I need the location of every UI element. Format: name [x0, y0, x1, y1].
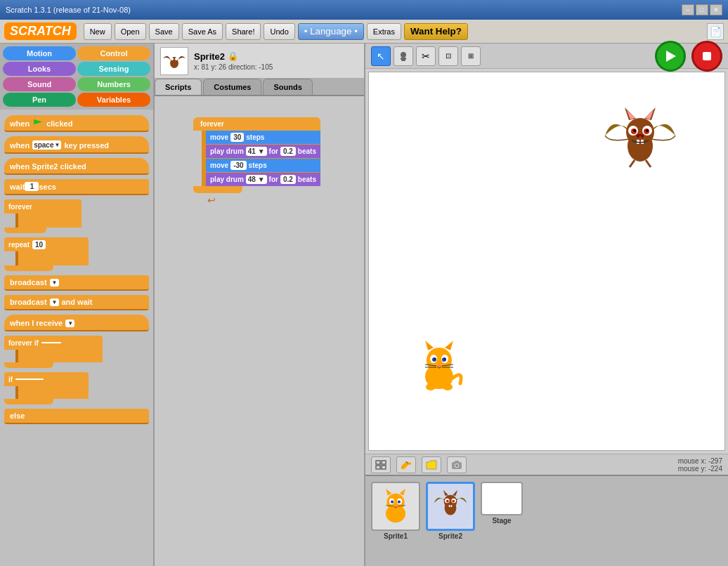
svg-point-63 [398, 501, 401, 504]
save-button[interactable]: Save [149, 23, 179, 40]
svg-marker-58 [386, 489, 391, 496]
block-forever[interactable]: forever [4, 199, 82, 233]
extras-button[interactable]: Extras [367, 23, 401, 40]
repeat-value[interactable]: 10 [32, 240, 46, 249]
title-bar: Scratch 1.3.1 (release of 21-Nov-08) – □… [0, 0, 728, 20]
sprite-camera-button[interactable] [447, 456, 467, 473]
move-30-value[interactable]: 30 [230, 133, 244, 142]
save-as-button[interactable]: Save As [182, 23, 223, 40]
block-when-receive[interactable]: when I receive ▼ [4, 315, 149, 331]
svg-rect-48 [376, 466, 380, 469]
category-looks[interactable]: Looks [3, 62, 76, 76]
close-button[interactable]: ✕ [710, 4, 722, 15]
category-motion[interactable]: Motion [3, 46, 76, 60]
sprite-folder-button[interactable] [422, 456, 441, 473]
stage-thumbnail[interactable] [481, 482, 523, 515]
block-when-flag-clicked[interactable]: when clicked [4, 115, 149, 132]
broadcast-wait-arrow-icon: ▼ [52, 299, 58, 305]
script-block-1: forever move 30 steps play drum 41 ▼ for [193, 117, 320, 206]
block-wait[interactable]: wait 1 secs [4, 179, 149, 195]
category-sound[interactable]: Sound [3, 77, 76, 91]
block-move-minus30[interactable]: move -30 steps [206, 159, 320, 172]
stage-grid-icon [375, 460, 386, 470]
share-button[interactable]: Share! [226, 23, 261, 40]
notes-icon[interactable]: 📄 [707, 23, 724, 40]
stamp-icon [398, 51, 409, 62]
block-play-drum-2[interactable]: play drum 48 ▼ for 0.2 beats [206, 173, 320, 186]
stage-container[interactable]: Stage [481, 482, 523, 525]
block-when-key-pressed[interactable]: when space ▼ key pressed [4, 136, 149, 154]
sprite2-container[interactable]: Sprite2 [426, 482, 475, 540]
green-flag-button[interactable] [655, 41, 686, 72]
minimize-button[interactable]: – [682, 4, 694, 15]
beats-label-2: beats [298, 176, 316, 183]
beat-2-value[interactable]: 0.2 [280, 175, 296, 184]
stage-edit-button[interactable] [371, 456, 391, 473]
cursor-tool[interactable]: ↖ [371, 46, 391, 66]
receive-arrow-icon: ▼ [67, 320, 73, 327]
broadcast-wait-dropdown[interactable]: ▼ [50, 298, 59, 306]
block-else[interactable]: else [4, 409, 149, 424]
sprite2-thumbnail[interactable] [426, 482, 475, 531]
sprite-paint-button[interactable] [396, 456, 416, 473]
svg-rect-6 [401, 60, 405, 61]
block-if[interactable]: if [4, 372, 89, 404]
category-sensing[interactable]: Sensing [77, 62, 150, 76]
beat-1-value[interactable]: 0.2 [280, 147, 296, 156]
clicked-label: clicked [46, 119, 72, 128]
category-numbers[interactable]: Numbers [77, 77, 150, 91]
undo-button[interactable]: Undo [264, 23, 294, 40]
scissors-tool[interactable]: ✂ [416, 46, 436, 66]
language-button[interactable]: • Language • [298, 23, 364, 40]
scripts-area[interactable]: forever move 30 steps play drum 41 ▼ for [155, 96, 364, 566]
sprite1-thumbnail[interactable] [371, 482, 420, 531]
drum-2-dropdown[interactable]: 48 ▼ [246, 175, 267, 184]
open-button[interactable]: Open [115, 23, 146, 40]
block-when-sprite-clicked[interactable]: when Sprite2 clicked [4, 158, 149, 175]
key-dropdown[interactable]: space ▼ [32, 140, 61, 150]
tab-costumes[interactable]: Costumes [203, 79, 261, 95]
center-panel: Sprite2 🔒 x: 81 y: 26 direction: -105 Sc… [155, 44, 365, 566]
stamp-tool[interactable] [394, 46, 413, 66]
sprite1-container[interactable]: Sprite1 [371, 482, 420, 540]
tab-sounds[interactable]: Sounds [263, 79, 312, 95]
category-control[interactable]: Control [77, 46, 150, 60]
cat-sprite-image [411, 338, 467, 394]
category-pen[interactable]: Pen [3, 93, 76, 107]
category-variables[interactable]: Variables [77, 93, 150, 107]
and-wait-label: and wait [62, 298, 93, 306]
sprite-thumb-image [161, 48, 188, 74]
svg-marker-70 [453, 490, 457, 496]
block-move-30[interactable]: move 30 steps [206, 131, 320, 144]
maximize-button[interactable]: □ [696, 4, 708, 15]
shrink-tool[interactable]: ⊡ [438, 46, 458, 66]
grow-tool[interactable]: ⊞ [461, 46, 481, 66]
block-repeat[interactable]: repeat 10 [4, 237, 89, 271]
block-play-drum-1[interactable]: play drum 41 ▼ for 0.2 beats [206, 145, 320, 158]
sprite1-image [376, 487, 415, 526]
svg-point-20 [444, 358, 446, 360]
mouse-coordinates: mouse x: -297 mouse y: -224 [678, 457, 722, 473]
wait-label: wait [10, 183, 25, 191]
svg-point-3 [175, 58, 178, 60]
tab-scripts[interactable]: Scripts [155, 79, 202, 95]
title-text: Scratch 1.3.1 (release of 21-Nov-08) [6, 6, 131, 14]
block-forever-if[interactable]: forever if [4, 336, 103, 368]
move-minus30-value[interactable]: -30 [230, 161, 246, 170]
block-broadcast-wait[interactable]: broadcast ▼ and wait [4, 295, 149, 310]
broadcast-dropdown[interactable]: ▼ [50, 279, 59, 287]
svg-point-62 [391, 501, 394, 504]
sprite-name-area: Sprite2 🔒 x: 81 y: 26 direction: -105 [194, 51, 358, 71]
forever-block-header[interactable]: forever [193, 117, 320, 131]
menu-bar: SCRATCH New Open Save Save As Share! Und… [0, 20, 728, 44]
stop-button[interactable] [691, 41, 722, 72]
block-broadcast[interactable]: broadcast ▼ [4, 275, 149, 291]
receive-dropdown[interactable]: ▼ [65, 320, 74, 327]
folder-icon [426, 460, 437, 470]
sprite-header: Sprite2 🔒 x: 81 y: 26 direction: -105 [155, 44, 364, 79]
drum-1-dropdown[interactable]: 41 ▼ [246, 147, 267, 156]
help-button[interactable]: Want Help? [404, 23, 468, 40]
new-button[interactable]: New [84, 23, 112, 40]
wait-value[interactable]: 1 [25, 182, 39, 191]
svg-line-44 [630, 160, 635, 167]
